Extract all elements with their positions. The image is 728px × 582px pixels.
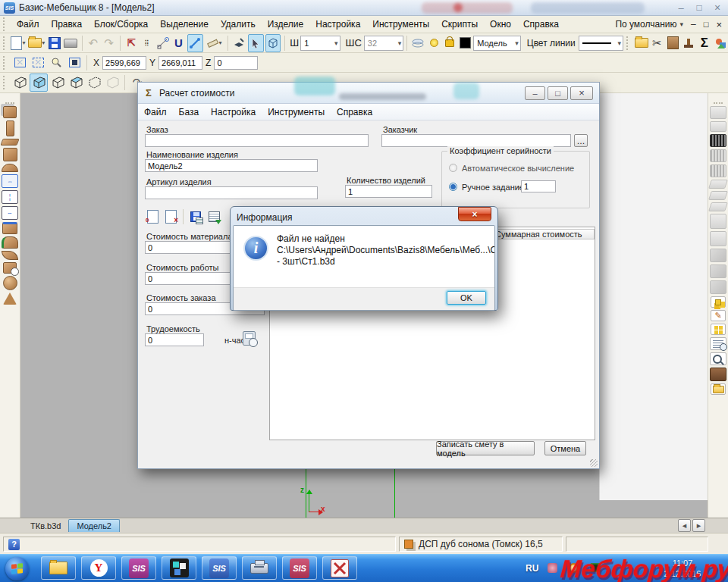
help-icon[interactable]: ? (8, 539, 20, 550)
ruler-tool-icon[interactable]: ▾ (205, 35, 224, 52)
write-estimate-button[interactable]: Записать смету в модель (436, 441, 535, 455)
line-style-select[interactable]: ▾ (579, 36, 623, 51)
save-button[interactable] (48, 35, 62, 52)
dlg-menu-settings[interactable]: Настройка (205, 105, 262, 119)
extrude-tool-icon[interactable] (232, 35, 246, 52)
x-coord-input[interactable] (102, 56, 146, 70)
dlg-menu-tools[interactable]: Инструменты (262, 105, 331, 119)
vector-snap-icon[interactable] (155, 35, 170, 52)
quantity-input[interactable] (345, 185, 432, 198)
taskbar-launcher-button[interactable] (162, 556, 196, 580)
frontal-panel-icon[interactable] (3, 148, 17, 161)
toolbar-grip[interactable] (3, 76, 8, 89)
screw-icon[interactable] (710, 134, 726, 147)
customer-browse-button[interactable]: … (574, 134, 588, 147)
dlg-menu-base[interactable]: База (173, 105, 206, 119)
view-cube-shaded-icon[interactable] (30, 74, 48, 92)
taskbar-bazis-pink-button[interactable]: SIS (282, 556, 317, 580)
paint-view-icon[interactable] (66, 55, 83, 71)
taskbar-bazis-blue-button[interactable]: SIS (202, 556, 237, 580)
open-file-button[interactable]: ▾ (27, 35, 46, 52)
blocks-yellow-icon[interactable] (711, 296, 726, 308)
press-tool-icon[interactable] (682, 35, 696, 52)
profile-selector[interactable]: По умолчанию▾ (615, 19, 683, 30)
group-icon[interactable] (710, 280, 726, 294)
menu-scripts[interactable]: Скрипты (435, 17, 484, 31)
materials-shapes-icon[interactable] (713, 35, 727, 52)
cube-view-icon[interactable] (265, 34, 281, 52)
line-tool-icon[interactable] (187, 34, 203, 52)
group-icon[interactable] (710, 264, 726, 278)
screw-delete-icon[interactable] (710, 164, 726, 177)
curved-shape-icon[interactable] (2, 251, 18, 260)
sheet-thickness-select[interactable]: 32▾ (364, 36, 403, 51)
toolbar-grip[interactable] (3, 17, 8, 31)
mdi-minimize-button[interactable]: – (691, 19, 696, 30)
tab-model2[interactable]: Модель2 (68, 519, 120, 532)
cone-icon[interactable] (3, 293, 17, 305)
sphere-icon[interactable] (3, 276, 17, 290)
manual-coefficient-input[interactable] (521, 180, 556, 192)
y-coord-input[interactable] (158, 56, 202, 70)
panel-door-icon[interactable] (666, 35, 680, 52)
undo-button[interactable]: ↶ (86, 35, 100, 52)
tray-icon-pink[interactable] (548, 563, 557, 573)
delete-estimate-icon[interactable]: × (162, 208, 179, 225)
box-corner-icon[interactable] (710, 214, 726, 229)
grid-snap-icon[interactable]: ⣿ (140, 35, 155, 52)
dimension-horizontal-icon[interactable]: ╌ (2, 206, 18, 220)
restore-button[interactable]: □ (693, 2, 705, 13)
layer-color-swatch[interactable] (458, 35, 472, 52)
taskbar-printer-button[interactable] (242, 556, 277, 580)
language-indicator[interactable]: RU (526, 563, 538, 574)
calculator-icon[interactable] (240, 329, 258, 347)
panel-edge-icon[interactable] (2, 222, 17, 234)
layers-icon[interactable] (411, 35, 425, 52)
menu-delete[interactable]: Удалить (215, 17, 262, 31)
article-input[interactable] (145, 186, 318, 199)
print-button[interactable] (64, 35, 78, 52)
view-cube-hidden-icon[interactable] (104, 74, 121, 91)
panel-timer-icon[interactable] (3, 262, 17, 274)
panel-gray-icon[interactable] (710, 121, 726, 132)
tab-scroll-left-button[interactable]: ◂ (678, 519, 691, 532)
mdi-restore-button[interactable]: □ (704, 20, 709, 29)
zoom-window-icon[interactable]: ⤫ (30, 55, 46, 71)
panels-stack-icon[interactable] (3, 106, 17, 118)
group-icon[interactable] (710, 249, 726, 262)
zoom-fit-icon[interactable]: ⤫ (11, 55, 28, 71)
taskbar-image-app-button[interactable] (322, 556, 357, 580)
save-estimate-icon[interactable] (187, 208, 204, 225)
export-table-icon[interactable] (206, 208, 222, 225)
folder-yellow-icon[interactable] (711, 383, 726, 395)
panel-move-icon[interactable] (708, 191, 728, 200)
dialog-minimize-button[interactable]: – (525, 86, 545, 100)
panel-delete-icon[interactable] (708, 202, 728, 211)
magnet-snap-icon[interactable]: U (171, 35, 186, 52)
dlg-menu-file[interactable]: Файл (138, 105, 173, 119)
taskbar-yandex-button[interactable]: Y (81, 556, 116, 580)
dimension-vertical-icon[interactable]: ¦ (2, 190, 18, 204)
view-cube-section-icon[interactable] (86, 74, 102, 91)
auto-calc-radio[interactable] (449, 164, 457, 172)
edit-pencil-icon[interactable]: ✎ (711, 310, 726, 321)
menu-file[interactable]: Файл (11, 17, 46, 31)
info-close-button[interactable]: × (458, 207, 491, 221)
new-file-button[interactable]: ▾ (11, 35, 25, 52)
zoom-in-icon[interactable] (48, 55, 64, 71)
box-delete-icon[interactable] (710, 231, 726, 246)
menu-tools[interactable]: Инструменты (366, 17, 435, 31)
scissors-icon[interactable]: ✂ (650, 35, 664, 52)
menu-help[interactable]: Справка (517, 17, 565, 31)
grid-yellow-icon[interactable] (711, 324, 726, 335)
new-estimate-icon[interactable]: 0 (144, 208, 161, 225)
screw-copy-icon[interactable] (710, 149, 726, 162)
view-cube-top-icon[interactable] (67, 74, 84, 91)
local-axes-icon[interactable]: ⇱ (124, 35, 139, 52)
taskbar-explorer-button[interactable] (41, 556, 76, 580)
tab-scroll-right-button[interactable]: ▸ (692, 519, 705, 532)
resize-grip[interactable] (590, 459, 598, 467)
bent-panel-icon[interactable] (2, 164, 18, 172)
total-cost-header-cell[interactable]: Суммарная стоимость (491, 229, 595, 239)
menu-product[interactable]: Изделие (262, 17, 310, 31)
